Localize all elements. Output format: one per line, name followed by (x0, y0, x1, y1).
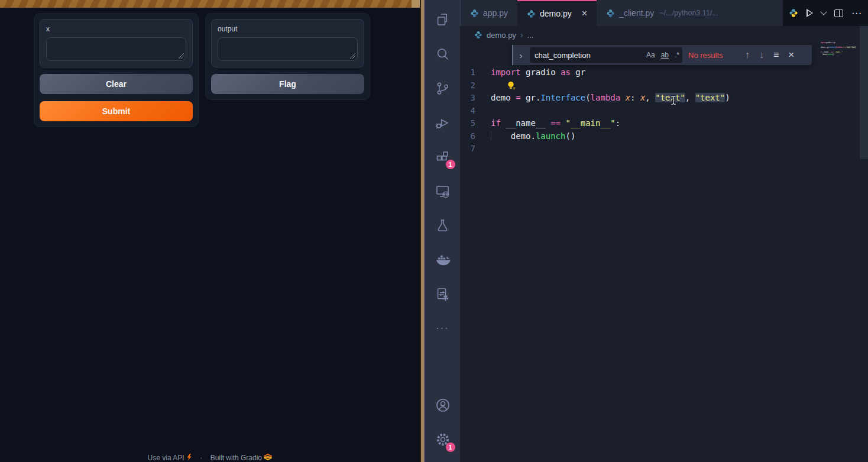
split-editor-icon[interactable] (834, 9, 843, 17)
python-file-icon (470, 9, 479, 18)
python-file-icon (527, 9, 536, 18)
minimap-line: demo = gr.Interface(lambda x: x, "text",… (821, 46, 859, 49)
explorer-icon[interactable] (429, 5, 457, 34)
input-textarea[interactable] (46, 37, 186, 61)
more-actions-icon[interactable]: ⋯ (851, 7, 862, 20)
code-token: : (842, 51, 843, 53)
tab-strip: app.py demo.py × _client.py ~/.../python… (460, 0, 868, 26)
python-file-icon (474, 31, 482, 39)
tab-app-py[interactable]: app.py (461, 0, 517, 26)
python-interpreter-icon[interactable] (789, 8, 798, 18)
docker-icon[interactable] (429, 245, 457, 274)
flag-button[interactable]: Flag (211, 74, 364, 94)
code-line[interactable]: 4 (460, 105, 859, 118)
code-token: gr (571, 67, 585, 77)
output-textarea[interactable] (218, 37, 358, 61)
code-text: if __name__ == "__main__": (491, 117, 620, 130)
code-token: gradio (521, 67, 561, 77)
run-dropdown-chevron-icon[interactable] (821, 12, 826, 14)
code-line[interactable]: 6 demo.launch() (460, 130, 859, 143)
accounts-icon[interactable] (429, 391, 457, 419)
progress-stripe-bar (0, 0, 420, 8)
code-line[interactable]: 5if __name__ == "__main__": (460, 117, 859, 130)
code-text (491, 143, 495, 156)
tab-label: _client.py (619, 8, 654, 18)
line-number: 4 (460, 105, 491, 118)
code-line[interactable]: 3demo = gr.Interface(lambda x: x, "text"… (460, 92, 859, 105)
code-token: == (550, 118, 561, 128)
code-token: Interface (540, 93, 585, 102)
extensions-badge: 1 (446, 160, 455, 169)
code-line[interactable]: 1import gradio as gr (460, 66, 859, 79)
submit-button[interactable]: Submit (40, 101, 193, 121)
tab-close-icon[interactable]: × (582, 9, 587, 18)
gradio-form-row: x Clear Submit output Flag (34, 13, 370, 127)
tab-label: app.py (483, 8, 508, 18)
resize-grip-icon[interactable] (350, 53, 355, 59)
clear-button[interactable]: Clear (40, 74, 193, 94)
gradio-logo-icon (264, 454, 272, 461)
code-line[interactable]: 7 (460, 143, 859, 156)
minimap[interactable]: import gradio as gr demo = gr.Interface(… (821, 41, 859, 77)
code-token: lambda (591, 93, 621, 102)
breadcrumb-separator-icon: › (520, 30, 523, 40)
code-token: = (516, 93, 520, 102)
code-text: import gradio as gr (821, 41, 835, 44)
gradio-app-pane: x Clear Submit output Flag Use via API ·… (0, 0, 420, 462)
breadcrumb-symbol-ellipsis[interactable]: ... (527, 31, 534, 40)
output-textbox-block: output (211, 19, 364, 67)
resize-grip-icon[interactable] (179, 53, 184, 59)
run-python-file-button[interactable] (807, 9, 813, 17)
code-editor[interactable]: 1import gradio as gr2 3demo = gr.Interfa… (460, 44, 859, 156)
code-runner-settings-icon[interactable] (429, 280, 457, 308)
code-text: demo.launch() (491, 130, 575, 143)
code-token: demo (491, 93, 516, 102)
code-token: "__main__" (833, 51, 842, 53)
code-token: : (630, 93, 640, 102)
window-divider[interactable] (420, 0, 425, 462)
use-via-api-link[interactable]: Use via API (148, 454, 184, 462)
more-views-icon[interactable]: ··· (429, 314, 457, 343)
activity-bar: 1 ··· 1 (425, 0, 460, 462)
code-text: import gradio as gr (491, 66, 585, 79)
source-control-icon[interactable] (429, 74, 457, 102)
code-token: demo. (822, 53, 827, 55)
breadcrumb-file[interactable]: demo.py (487, 31, 516, 40)
code-text: demo = gr.Interface(lambda x: x, "text",… (491, 92, 730, 105)
code-token: Interface (829, 46, 836, 48)
testing-icon[interactable] (429, 211, 457, 240)
code-token: , (685, 93, 695, 102)
tab-demo-py[interactable]: demo.py × (517, 0, 597, 26)
line-number: 7 (460, 143, 491, 156)
line-number: 3 (460, 92, 491, 105)
remote-explorer-icon[interactable] (429, 177, 457, 205)
settings-gear-icon[interactable]: 1 (429, 425, 457, 454)
code-token: gr (833, 41, 835, 43)
editor-actions: ⋯ (783, 0, 868, 26)
code-token: () (833, 53, 834, 55)
tab-client-py[interactable]: _client.py ~/.../python3.11/... (597, 0, 728, 26)
editor-scrollbar[interactable] (860, 26, 868, 159)
code-action-lightbulb-icon[interactable] (506, 81, 516, 93)
built-with-gradio-link[interactable]: Built with Gradio (210, 454, 262, 462)
tab-label: demo.py (540, 9, 572, 18)
code-line[interactable]: 2 (460, 79, 859, 92)
code-token: gr. (521, 93, 541, 102)
search-icon[interactable] (429, 40, 457, 68)
code-token (491, 131, 511, 141)
line-number: 5 (460, 117, 491, 130)
code-token: demo. (511, 131, 536, 141)
api-lightning-icon (186, 454, 192, 461)
tab-path-description: ~/.../python3.11/... (659, 9, 718, 17)
code-token: x (626, 93, 630, 102)
extensions-icon[interactable]: 1 (429, 143, 457, 171)
code-token: ) (725, 93, 730, 102)
code-token: demo (821, 46, 825, 48)
activity-bar-bottom: 1 (429, 391, 457, 460)
code-token: "text" (846, 46, 850, 48)
run-debug-icon[interactable] (429, 108, 457, 137)
editor-region: app.py demo.py × _client.py ~/.../python… (460, 0, 868, 462)
line-number: 1 (460, 66, 491, 79)
code-text: demo = gr.Interface(lambda x: x, "text",… (821, 46, 856, 49)
code-token: launch (536, 131, 566, 141)
